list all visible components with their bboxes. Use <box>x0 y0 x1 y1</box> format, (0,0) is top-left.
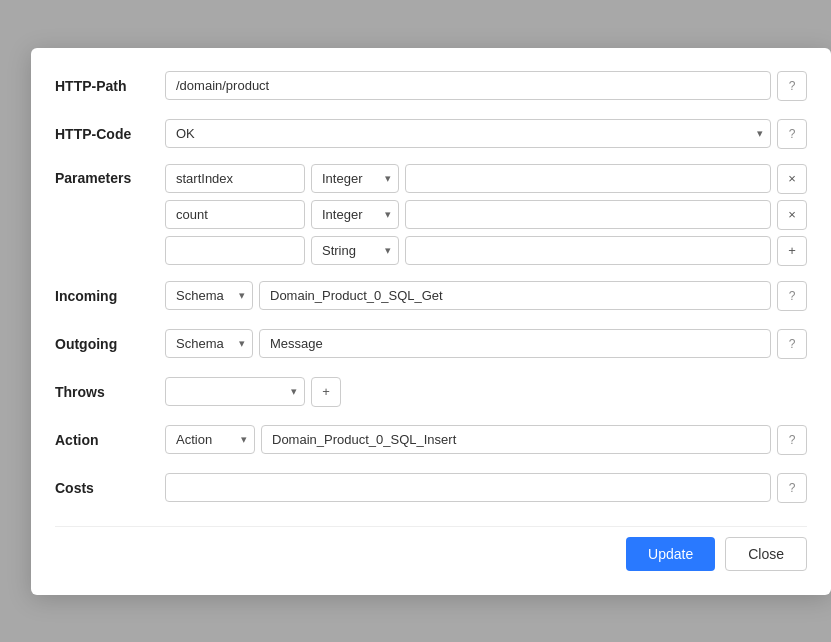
throws-add-button[interactable]: + <box>311 377 341 407</box>
incoming-type-select[interactable]: Schema JSON XML <box>165 281 253 310</box>
http-code-content: OK 201 400 404 500 ▾ ? <box>165 119 807 149</box>
costs-input[interactable] <box>165 473 771 502</box>
param-value-input-1[interactable] <box>405 164 771 193</box>
param-row-1: Integer String Boolean ▾ × <box>165 164 807 194</box>
incoming-row: Incoming Schema JSON XML ▾ ? <box>55 278 807 314</box>
throws-row: Throws Exception Error ▾ + <box>55 374 807 410</box>
http-path-content: ? <box>165 71 807 101</box>
incoming-type-wrap: Schema JSON XML ▾ <box>165 281 253 310</box>
outgoing-type-wrap: Schema JSON XML ▾ <box>165 329 253 358</box>
param-name-input-2[interactable] <box>165 200 305 229</box>
costs-help-button[interactable]: ? <box>777 473 807 503</box>
http-code-help-button[interactable]: ? <box>777 119 807 149</box>
action-type-select[interactable]: Action Flow Function <box>165 425 255 454</box>
throws-type-select[interactable]: Exception Error <box>165 377 305 406</box>
footer-row: Update Close <box>55 526 807 571</box>
costs-content: ? <box>165 473 807 503</box>
incoming-help-button[interactable]: ? <box>777 281 807 311</box>
http-code-select[interactable]: OK 201 400 404 500 <box>165 119 771 148</box>
action-row: Action Action Flow Function ▾ ? <box>55 422 807 458</box>
param-type-select-1[interactable]: Integer String Boolean <box>311 164 399 193</box>
action-label: Action <box>55 432 165 448</box>
param-value-input-3[interactable] <box>405 236 771 265</box>
param-type-select-3[interactable]: Integer String Boolean <box>311 236 399 265</box>
costs-row: Costs ? <box>55 470 807 506</box>
http-path-row: HTTP-Path ? <box>55 68 807 104</box>
action-content: Action Flow Function ▾ ? <box>165 425 807 455</box>
close-button[interactable]: Close <box>725 537 807 571</box>
http-path-input[interactable] <box>165 71 771 100</box>
outgoing-value-input[interactable] <box>259 329 771 358</box>
param-type-wrap-3: Integer String Boolean ▾ <box>311 236 399 265</box>
http-path-label: HTTP-Path <box>55 78 165 94</box>
outgoing-help-button[interactable]: ? <box>777 329 807 359</box>
outgoing-content: Schema JSON XML ▾ ? <box>165 329 807 359</box>
incoming-label: Incoming <box>55 288 165 304</box>
param-value-input-2[interactable] <box>405 200 771 229</box>
param-remove-button-2[interactable]: × <box>777 200 807 230</box>
http-code-select-wrap: OK 201 400 404 500 ▾ <box>165 119 771 148</box>
http-path-help-button[interactable]: ? <box>777 71 807 101</box>
param-name-input-3[interactable] <box>165 236 305 265</box>
modal-overlay: HTTP-Path ? HTTP-Code OK 201 400 404 500 <box>0 0 831 642</box>
http-code-row: HTTP-Code OK 201 400 404 500 ▾ ? <box>55 116 807 152</box>
modal-dialog: HTTP-Path ? HTTP-Code OK 201 400 404 500 <box>31 48 831 595</box>
outgoing-label: Outgoing <box>55 336 165 352</box>
action-help-button[interactable]: ? <box>777 425 807 455</box>
param-row-3: Integer String Boolean ▾ + <box>165 236 807 266</box>
param-remove-button-1[interactable]: × <box>777 164 807 194</box>
param-row-2: Integer String Boolean ▾ × <box>165 200 807 230</box>
param-type-select-2[interactable]: Integer String Boolean <box>311 200 399 229</box>
costs-label: Costs <box>55 480 165 496</box>
action-type-wrap: Action Flow Function ▾ <box>165 425 255 454</box>
http-code-label: HTTP-Code <box>55 126 165 142</box>
param-type-wrap-2: Integer String Boolean ▾ <box>311 200 399 229</box>
action-value-input[interactable] <box>261 425 771 454</box>
update-button[interactable]: Update <box>626 537 715 571</box>
throws-content: Exception Error ▾ + <box>165 377 807 407</box>
incoming-value-input[interactable] <box>259 281 771 310</box>
parameters-label: Parameters <box>55 164 165 186</box>
param-type-wrap-1: Integer String Boolean ▾ <box>311 164 399 193</box>
param-add-button[interactable]: + <box>777 236 807 266</box>
outgoing-type-select[interactable]: Schema JSON XML <box>165 329 253 358</box>
incoming-content: Schema JSON XML ▾ ? <box>165 281 807 311</box>
parameters-row: Parameters Integer String Boolean ▾ × <box>55 164 807 266</box>
throws-label: Throws <box>55 384 165 400</box>
outgoing-row: Outgoing Schema JSON XML ▾ ? <box>55 326 807 362</box>
throws-type-wrap: Exception Error ▾ <box>165 377 305 406</box>
parameters-content: Integer String Boolean ▾ × Integer <box>165 164 807 266</box>
param-name-input-1[interactable] <box>165 164 305 193</box>
